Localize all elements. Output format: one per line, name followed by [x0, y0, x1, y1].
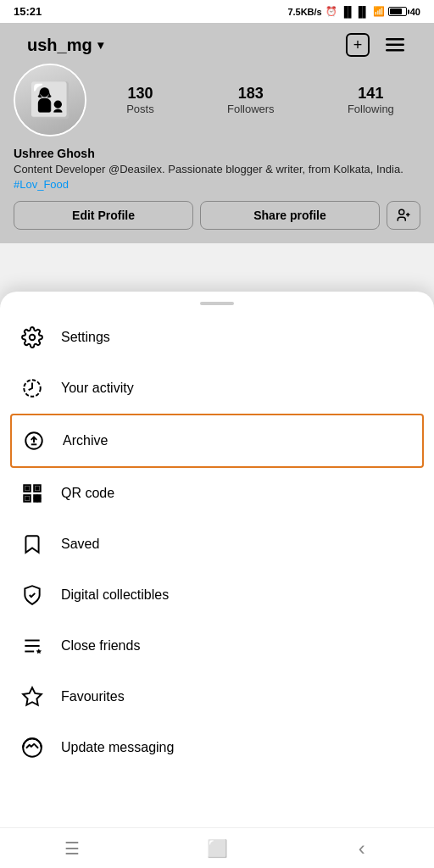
username-row[interactable]: ush_mg ▾: [27, 36, 103, 55]
update-messaging-label: Update messaging: [61, 740, 174, 755]
profile-section: 130 Posts 183 Followers 141 Following: [14, 64, 420, 147]
followers-count: 183: [238, 85, 264, 103]
menu-item-your-activity[interactable]: Your activity: [0, 363, 434, 414]
svg-rect-18: [38, 499, 41, 502]
profile-bio: Content Developer @Deasilex. Passionate …: [14, 162, 420, 192]
svg-marker-24: [36, 648, 42, 654]
archive-label: Archive: [63, 433, 108, 448]
posts-stat[interactable]: 130 Posts: [126, 85, 154, 115]
add-content-button[interactable]: +: [346, 33, 370, 57]
svg-rect-2: [386, 49, 404, 52]
bio-text: Content Developer @Deasilex. Passionate …: [14, 163, 403, 175]
nav-home-button[interactable]: ⬜: [145, 828, 290, 868]
nav-back-icon: ‹: [359, 837, 365, 860]
posts-count: 130: [127, 85, 153, 103]
status-icons: 7.5KB/s ⏰ ▐▌▐▌ 📶 40: [287, 6, 420, 18]
followers-label: Followers: [227, 103, 275, 115]
svg-point-3: [399, 210, 404, 215]
nav-hamburger-icon: ☰: [64, 838, 80, 859]
menu-item-archive-wrapper: Archive: [10, 414, 424, 468]
nav-hamburger-button[interactable]: ☰: [0, 828, 145, 868]
bio-hashtag[interactable]: #Lov_Food: [14, 178, 69, 191]
svg-rect-13: [25, 487, 28, 489]
clock-icon: ⏰: [326, 6, 337, 17]
add-friend-button[interactable]: [387, 201, 420, 230]
svg-point-6: [30, 335, 36, 341]
sheet-handle: [200, 302, 234, 305]
top-nav: ush_mg ▾ +: [14, 23, 420, 64]
profile-name: Ushree Ghosh: [14, 147, 420, 160]
bottom-sheet: Settings Your activity Archive: [0, 292, 434, 868]
following-count: 141: [358, 85, 383, 103]
favourites-label: Favourites: [61, 689, 125, 704]
followers-stat[interactable]: 183 Followers: [227, 85, 275, 115]
close-friends-label: Close friends: [61, 638, 140, 654]
battery-icon: [388, 7, 407, 16]
edit-profile-button[interactable]: Edit Profile: [14, 201, 193, 230]
svg-rect-17: [34, 495, 36, 498]
menu-item-update-messaging[interactable]: Update messaging: [0, 722, 434, 773]
digital-collectibles-label: Digital collectibles: [61, 587, 169, 603]
nav-back-button[interactable]: ‹: [289, 828, 434, 868]
network-speed: 7.5KB/s: [287, 7, 321, 17]
your-activity-label: Your activity: [61, 381, 134, 396]
share-profile-button[interactable]: Share profile: [200, 201, 380, 230]
svg-rect-20: [34, 499, 36, 502]
nav-square-icon: ⬜: [207, 838, 228, 859]
svg-rect-14: [36, 487, 38, 489]
profile-actions: Edit Profile Share profile: [14, 201, 420, 230]
gear-icon: [20, 326, 44, 349]
avatar-image: [15, 65, 85, 135]
plus-icon: +: [353, 36, 363, 54]
qr-icon: [20, 481, 44, 505]
following-stat[interactable]: 141 Following: [348, 85, 394, 115]
menu-item-favourites[interactable]: Favourites: [0, 671, 434, 722]
messenger-icon: [20, 736, 44, 760]
activity-icon: [20, 376, 44, 400]
menu-item-archive[interactable]: Archive: [22, 415, 412, 466]
menu-item-settings[interactable]: Settings: [0, 312, 434, 363]
svg-rect-0: [386, 38, 404, 41]
archive-icon: [22, 429, 46, 453]
svg-rect-15: [25, 497, 28, 499]
svg-rect-19: [38, 495, 41, 498]
time: 15:21: [14, 5, 42, 18]
menu-item-qr-code[interactable]: QR code: [0, 468, 434, 519]
battery-level: 40: [410, 7, 420, 17]
stats-row: 130 Posts 183 Followers 141 Following: [100, 85, 420, 115]
menu-item-digital-collectibles[interactable]: Digital collectibles: [0, 570, 434, 620]
username-label: ush_mg: [27, 36, 92, 55]
svg-marker-25: [23, 687, 42, 705]
posts-label: Posts: [126, 103, 154, 115]
chevron-down-icon: ▾: [97, 38, 103, 52]
hamburger-menu-button[interactable]: [383, 33, 407, 57]
settings-label: Settings: [61, 330, 110, 345]
top-nav-icons: +: [346, 33, 407, 57]
bottom-nav: ☰ ⬜ ‹: [0, 827, 434, 868]
status-bar: 15:21 7.5KB/s ⏰ ▐▌▐▌ 📶 40: [0, 0, 434, 23]
star-icon: [20, 685, 44, 709]
shield-check-icon: [20, 583, 44, 607]
bookmark-icon: [20, 532, 44, 556]
add-person-icon: [396, 208, 411, 223]
wifi-icon: 📶: [373, 6, 385, 17]
menu-item-close-friends[interactable]: Close friends: [0, 620, 434, 671]
menu-item-saved[interactable]: Saved: [0, 519, 434, 570]
signal-icon: ▐▌▐▌: [341, 6, 370, 18]
following-label: Following: [348, 103, 394, 115]
svg-rect-1: [386, 44, 404, 47]
menu-icon: [386, 38, 404, 52]
profile-bio-section: Ushree Ghosh Content Developer @Deasilex…: [14, 147, 420, 192]
qr-code-label: QR code: [61, 486, 114, 501]
list-star-icon: [20, 634, 44, 658]
profile-background: ush_mg ▾ + 130 Posts: [0, 23, 434, 243]
saved-label: Saved: [61, 537, 99, 552]
avatar[interactable]: [14, 64, 86, 136]
